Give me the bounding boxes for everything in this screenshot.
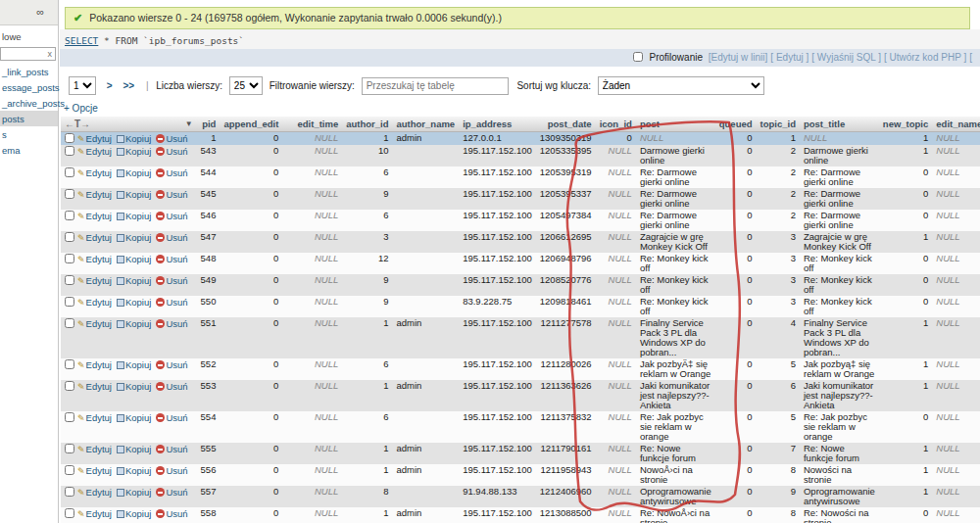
- edit-link[interactable]: ✎Edytuj: [77, 189, 112, 200]
- copy-link[interactable]: Kopiuj: [117, 508, 151, 519]
- copy-link[interactable]: Kopiuj: [117, 211, 151, 221]
- copy-link[interactable]: Kopiuj: [117, 232, 151, 243]
- copy-link[interactable]: Kopiuj: [117, 297, 151, 308]
- nav-panel-icon[interactable]: ∞: [36, 7, 44, 18]
- profiling-link[interactable]: [ Utwórz kod PHP ]: [884, 52, 966, 63]
- delete-link[interactable]: Usuń: [156, 465, 187, 476]
- copy-link[interactable]: Kopiuj: [117, 275, 151, 286]
- copy-link[interactable]: Kopiuj: [117, 146, 151, 157]
- row-checkbox[interactable]: [65, 297, 74, 307]
- edit-link[interactable]: ✎Edytuj: [77, 487, 112, 498]
- sql-keyword-link[interactable]: SELECT: [65, 35, 98, 46]
- delete-link[interactable]: Usuń: [156, 167, 187, 178]
- copy-link[interactable]: Kopiuj: [117, 359, 151, 370]
- row-checkbox[interactable]: [65, 465, 74, 475]
- column-header-edit_name[interactable]: edit_name: [932, 117, 980, 132]
- next-page-button[interactable]: >: [107, 80, 113, 91]
- column-header-append_edit[interactable]: append_edit: [220, 117, 282, 132]
- profiling-link[interactable]: [ Edytuj ]: [770, 52, 808, 63]
- row-checkbox[interactable]: [65, 254, 74, 263]
- column-header-icon_id[interactable]: icon_id: [596, 117, 636, 132]
- delete-link[interactable]: Usuń: [156, 133, 187, 144]
- edit-link[interactable]: ✎Edytuj: [77, 318, 112, 329]
- row-checkbox[interactable]: [65, 318, 74, 328]
- copy-link[interactable]: Kopiuj: [117, 254, 151, 264]
- row-checkbox[interactable]: [65, 487, 74, 497]
- column-header-topic_id[interactable]: topic_id: [757, 117, 800, 132]
- column-header-pid[interactable]: pid: [197, 117, 220, 132]
- row-checkbox[interactable]: [65, 133, 74, 143]
- edit-link[interactable]: ✎Edytuj: [77, 412, 112, 423]
- nav-table-item[interactable]: s: [0, 126, 58, 142]
- page-select[interactable]: 1: [69, 76, 96, 95]
- delete-link[interactable]: Usuń: [156, 412, 187, 423]
- edit-link[interactable]: ✎Edytuj: [77, 146, 112, 157]
- copy-link[interactable]: Kopiuj: [117, 189, 151, 200]
- edit-link[interactable]: ✎Edytuj: [77, 211, 112, 221]
- check-all-header[interactable]: ←T→ ▼: [61, 117, 197, 132]
- copy-link[interactable]: Kopiuj: [117, 167, 151, 178]
- row-checkbox[interactable]: [65, 444, 74, 453]
- nav-header-item[interactable]: lowe: [0, 25, 58, 46]
- copy-link[interactable]: Kopiuj: [117, 412, 151, 423]
- row-checkbox[interactable]: [65, 189, 74, 199]
- edit-link[interactable]: ✎Edytuj: [77, 167, 112, 178]
- nav-table-item[interactable]: _archive_posts: [0, 95, 58, 111]
- nav-table-item[interactable]: _link_posts: [0, 64, 58, 79]
- filter-rows-input[interactable]: [362, 77, 509, 95]
- row-checkbox[interactable]: [65, 232, 74, 242]
- delete-link[interactable]: Usuń: [156, 318, 187, 329]
- nav-filter-clear-icon[interactable]: x: [48, 50, 53, 59]
- nav-filter-input[interactable]: x: [0, 47, 56, 61]
- delete-link[interactable]: Usuń: [156, 189, 187, 200]
- edit-link[interactable]: ✎Edytuj: [77, 232, 112, 243]
- column-header-post_title[interactable]: post_title: [800, 117, 879, 132]
- delete-link[interactable]: Usuń: [156, 211, 187, 221]
- row-checkbox[interactable]: [65, 508, 74, 518]
- delete-link[interactable]: Usuń: [156, 359, 187, 370]
- column-header-queued[interactable]: queued: [715, 117, 757, 132]
- copy-link[interactable]: Kopiuj: [117, 487, 151, 498]
- sort-key-select[interactable]: Żaden: [598, 76, 764, 95]
- edit-link[interactable]: ✎Edytuj: [77, 444, 112, 454]
- nav-table-item[interactable]: essage_posts: [0, 79, 58, 95]
- edit-link[interactable]: ✎Edytuj: [77, 254, 112, 264]
- nav-table-item[interactable]: posts: [0, 111, 58, 126]
- edit-link[interactable]: ✎Edytuj: [77, 359, 112, 370]
- column-header-author_name[interactable]: author_name: [393, 117, 460, 132]
- row-checkbox[interactable]: [65, 211, 74, 220]
- edit-link[interactable]: ✎Edytuj: [77, 275, 112, 286]
- last-page-button[interactable]: >>: [122, 80, 134, 91]
- column-header-ip_address[interactable]: ip_address: [459, 117, 536, 132]
- copy-link[interactable]: Kopiuj: [117, 318, 151, 329]
- delete-link[interactable]: Usuń: [156, 232, 187, 243]
- delete-link[interactable]: Usuń: [156, 146, 187, 157]
- delete-link[interactable]: Usuń: [156, 444, 187, 454]
- row-checkbox[interactable]: [65, 412, 74, 422]
- edit-link[interactable]: ✎Edytuj: [77, 381, 112, 392]
- copy-link[interactable]: Kopiuj: [117, 381, 151, 392]
- rows-count-select[interactable]: 25: [229, 76, 263, 95]
- copy-link[interactable]: Kopiuj: [117, 133, 151, 144]
- edit-link[interactable]: ✎Edytuj: [77, 297, 112, 308]
- column-header-edit_time[interactable]: edit_time: [282, 117, 342, 132]
- row-checkbox[interactable]: [65, 359, 74, 369]
- column-header-post_date[interactable]: post_date: [536, 117, 596, 132]
- column-header-new_topic[interactable]: new_topic: [879, 117, 932, 132]
- column-header-author_id[interactable]: author_id: [342, 117, 392, 132]
- column-header-post[interactable]: post: [636, 117, 715, 132]
- row-checkbox[interactable]: [65, 167, 74, 177]
- delete-link[interactable]: Usuń: [156, 508, 187, 519]
- row-checkbox[interactable]: [65, 146, 74, 156]
- profiling-link[interactable]: [: [969, 52, 972, 63]
- edit-link[interactable]: ✎Edytuj: [77, 133, 112, 144]
- row-checkbox[interactable]: [65, 275, 74, 285]
- edit-link[interactable]: ✎Edytuj: [77, 508, 112, 519]
- options-toggle[interactable]: + Opcje: [64, 103, 980, 114]
- copy-link[interactable]: Kopiuj: [117, 444, 151, 454]
- delete-link[interactable]: Usuń: [156, 297, 187, 308]
- options-dropdown-icon[interactable]: ▼: [185, 119, 193, 128]
- profiling-link[interactable]: [ Wyjaśnij SQL ]: [811, 52, 881, 63]
- profiling-checkbox[interactable]: [633, 52, 643, 62]
- delete-link[interactable]: Usuń: [156, 487, 187, 498]
